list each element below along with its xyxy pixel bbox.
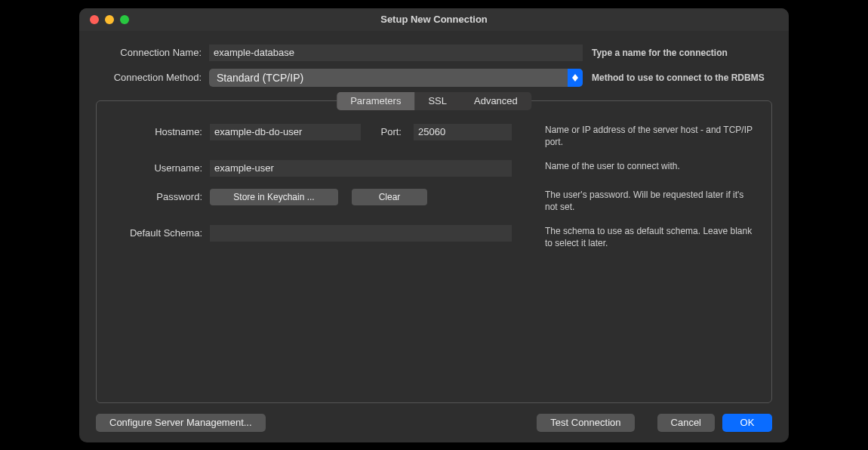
hostname-hint: Name or IP address of the server host - … — [537, 124, 756, 148]
default-schema-input[interactable] — [210, 225, 512, 242]
ok-button[interactable]: OK — [722, 414, 772, 432]
password-hint: The user's password. Will be requested l… — [537, 189, 756, 213]
default-schema-hint: The schema to use as default schema. Lea… — [537, 225, 756, 249]
tab-parameters[interactable]: Parameters — [337, 92, 414, 110]
tab-advanced[interactable]: Advanced — [460, 92, 531, 110]
default-schema-label: Default Schema: — [112, 225, 210, 239]
parameters-panel: Parameters SSL Advanced Hostname: Port: … — [96, 100, 772, 403]
maximize-icon[interactable] — [120, 15, 129, 24]
connection-method-row: Connection Method: Standard (TCP/IP) Met… — [96, 69, 772, 87]
connection-method-value: Standard (TCP/IP) — [209, 72, 303, 84]
connection-method-label: Connection Method: — [96, 72, 209, 83]
connection-name-label: Connection Name: — [96, 47, 209, 58]
updown-icon — [568, 69, 583, 87]
port-input[interactable] — [414, 124, 512, 140]
test-connection-button[interactable]: Test Connection — [537, 414, 634, 432]
store-keychain-button[interactable]: Store in Keychain ... — [210, 189, 338, 205]
dialog-content: Connection Name: Type a name for the con… — [79, 31, 789, 442]
close-icon[interactable] — [90, 15, 99, 24]
password-label: Password: — [112, 189, 210, 202]
tabs: Parameters SSL Advanced — [337, 92, 531, 110]
connection-name-row: Connection Name: Type a name for the con… — [96, 45, 772, 61]
hostname-label: Hostname: — [112, 124, 210, 137]
window-title: Setup New Connection — [79, 14, 789, 25]
username-label: Username: — [112, 160, 210, 174]
dialog-footer: Configure Server Management... Test Conn… — [96, 403, 772, 432]
minimize-icon[interactable] — [105, 15, 114, 24]
username-row: Username: Name of the user to connect wi… — [112, 160, 756, 177]
configure-server-button[interactable]: Configure Server Management... — [96, 414, 266, 432]
connection-method-select[interactable]: Standard (TCP/IP) — [209, 69, 583, 87]
port-label: Port: — [368, 126, 406, 137]
dialog-window: Setup New Connection Connection Name: Ty… — [79, 8, 789, 442]
connection-method-hint: Method to use to connect to the RDBMS — [592, 72, 765, 83]
username-input[interactable] — [210, 160, 512, 177]
clear-password-button[interactable]: Clear — [352, 189, 427, 205]
default-schema-row: Default Schema: The schema to use as def… — [112, 225, 756, 249]
connection-name-input[interactable] — [209, 45, 583, 61]
traffic-lights — [79, 15, 129, 24]
hostname-input[interactable] — [210, 124, 361, 140]
password-row: Password: Store in Keychain ... Clear Th… — [112, 189, 756, 213]
hostname-row: Hostname: Port: Name or IP address of th… — [112, 124, 756, 148]
username-hint: Name of the user to connect with. — [537, 160, 756, 172]
connection-name-hint: Type a name for the connection — [592, 48, 728, 58]
cancel-button[interactable]: Cancel — [657, 414, 715, 432]
tab-ssl[interactable]: SSL — [414, 92, 460, 110]
titlebar: Setup New Connection — [79, 8, 789, 31]
